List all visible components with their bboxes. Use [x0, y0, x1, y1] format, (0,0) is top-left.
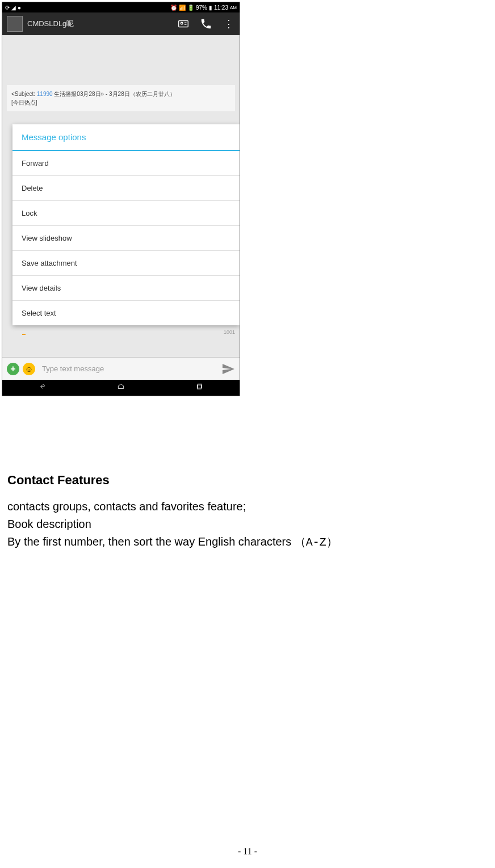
- option-save-attachment[interactable]: Save attachment: [12, 251, 240, 276]
- option-view-details[interactable]: View details: [12, 276, 240, 301]
- subject-prefix: <Subject:: [11, 91, 35, 97]
- doc-line-3: By the first number, then sort the way E…: [7, 533, 488, 551]
- attach-button[interactable]: +: [7, 363, 19, 375]
- battery-icon: 🔋: [187, 5, 194, 11]
- message-options-dialog: Message options Forward Delete Lock View…: [12, 124, 240, 325]
- status-bar: ⟳ ◢ ● ⏰ 📶 🔋 97% ▮ 11:23 AM: [2, 2, 240, 12]
- recent-nav-icon[interactable]: [194, 383, 205, 393]
- send-button[interactable]: [221, 362, 235, 376]
- status-left-icons: ⟳ ◢ ●: [5, 5, 21, 11]
- notification-icon: ●: [18, 5, 21, 11]
- alarm-icon: ⏰: [170, 5, 177, 11]
- message-bubble[interactable]: <Subject: 11990 生活播报03月28日» - 3月28日（农历二月…: [7, 85, 235, 111]
- page-indicator: 1001: [224, 329, 235, 335]
- back-nav-icon[interactable]: [36, 383, 48, 393]
- sync-icon: ⟳: [5, 5, 10, 11]
- battery-percent: 97%: [196, 5, 207, 11]
- dialog-title: Message options: [12, 124, 240, 151]
- media-tag: [22, 334, 26, 335]
- header-left: CMDSLDLg呢: [7, 16, 74, 32]
- emoji-button[interactable]: ☺: [23, 363, 35, 375]
- svg-point-1: [181, 22, 183, 24]
- option-select-text[interactable]: Select text: [12, 301, 240, 325]
- option-lock[interactable]: Lock: [12, 201, 240, 226]
- subject-link[interactable]: 11990: [37, 91, 53, 97]
- contact-card-icon[interactable]: [177, 18, 190, 30]
- app-header: CMDSLDLg呢 ⋮: [2, 12, 240, 35]
- svg-rect-0: [179, 21, 188, 27]
- doc-line-3-prefix: By the first number, then sort the way E…: [7, 535, 295, 548]
- section-heading: Contact Features: [7, 473, 488, 488]
- doc-line-2: Book description: [7, 515, 488, 533]
- battery-fill-icon: ▮: [209, 5, 212, 11]
- message-input-bar: + ☺ Type text message: [2, 357, 240, 380]
- header-right: ⋮: [177, 18, 235, 30]
- doc-line-1: contacts groups, contacts and favorites …: [7, 498, 488, 515]
- contact-name: CMDSLDLg呢: [27, 19, 74, 29]
- signal-icon: ◢: [11, 5, 16, 11]
- option-delete[interactable]: Delete: [12, 176, 240, 201]
- home-nav-icon[interactable]: [115, 383, 127, 393]
- status-right-icons: ⏰ 📶 🔋 97% ▮ 11:23 AM: [170, 5, 237, 11]
- doc-line-3-suffix: （A-Z）: [295, 536, 338, 549]
- subject-text: 生活播报03月28日» - 3月28日（农历二月廿八）: [54, 91, 175, 97]
- page-number: - 11 -: [238, 846, 257, 857]
- option-forward[interactable]: Forward: [12, 151, 240, 176]
- option-view-slideshow[interactable]: View slideshow: [12, 226, 240, 251]
- status-time: 11:23: [214, 5, 228, 11]
- document-content: Contact Features contacts groups, contac…: [2, 473, 493, 551]
- signal-bars-icon: 📶: [179, 5, 186, 11]
- message-input[interactable]: Type text message: [39, 361, 218, 376]
- hot-today-label: [今日热点]: [11, 99, 37, 106]
- menu-icon[interactable]: ⋮: [223, 18, 235, 30]
- status-time-suffix: AM: [230, 5, 237, 10]
- android-screenshot: ⟳ ◢ ● ⏰ 📶 🔋 97% ▮ 11:23 AM CMDSLDLg呢: [2, 2, 240, 396]
- nav-bar: [2, 380, 240, 396]
- call-icon[interactable]: [200, 18, 212, 30]
- contact-avatar[interactable]: [7, 16, 23, 32]
